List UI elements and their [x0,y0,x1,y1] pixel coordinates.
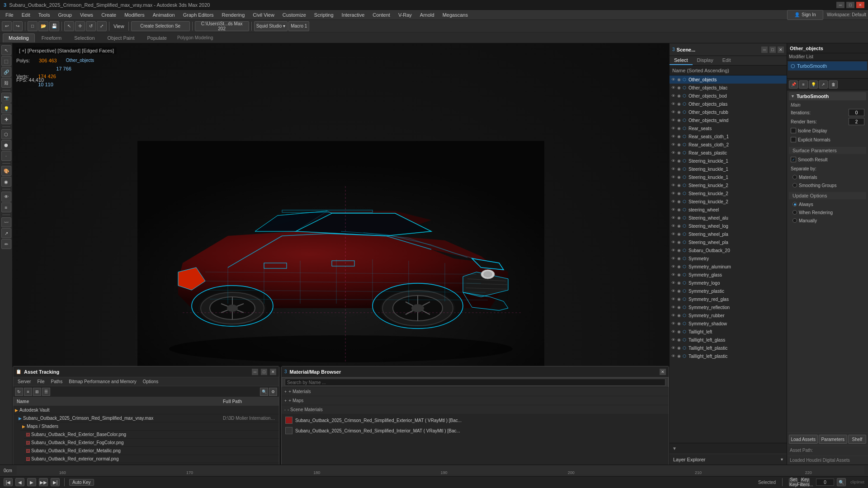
mat-interior[interactable]: Subaru_Outback_2025_Crimson_Red_Simplifi… [283,426,668,436]
paint-button[interactable]: ✏ [1,239,11,249]
tab-freeform[interactable]: Freeform [36,33,68,42]
obj-taillight-left-plastic2[interactable]: 👁 ◉ ⬡ Taillight_left_plastic [670,352,787,360]
scene-materials-section-header[interactable]: - - Scene Materials [282,405,669,414]
menu-megascans[interactable]: Megascans [439,11,472,19]
explicit-normals-checkbox[interactable] [791,137,796,142]
obj-other-window[interactable]: 👁 ◉ ⬡ Other_objects_wind [670,116,787,124]
select-region-button[interactable]: ⬚ [1,56,11,66]
menu-content[interactable]: Content [369,11,394,19]
obj-subaru-outback[interactable]: 👁 ◉ ⬡ Subaru_Outback_20 [670,246,787,254]
mod-arrow-btn[interactable]: ↗ [819,80,828,89]
tab-modeling[interactable]: Modeling [3,33,35,42]
mod-light-btn[interactable]: 💡 [809,80,818,89]
obj-steering-wheel-pla1[interactable]: 👁 ◉ ⬡ Steering_wheel_pla [670,230,787,238]
unlink-button[interactable]: ⛓ [1,78,11,88]
parameters-button[interactable]: Parameters [819,435,848,444]
obj-steering-knuckle1b[interactable]: 👁 ◉ ⬡ Steering_knuckle_1 [670,165,787,173]
scale-button[interactable]: ⤢ [97,21,107,31]
obj-taillight-left-plastic1[interactable]: 👁 ◉ ⬡ Taillight_left_plastic [670,344,787,352]
menu-customize[interactable]: Customize [279,11,310,19]
save-button[interactable]: 💾 [49,21,59,31]
obj-steering-knuckle1a[interactable]: 👁 ◉ ⬡ Steering_knuckle_1 [670,157,787,165]
obj-steering-knuckle2c[interactable]: 👁 ◉ ⬡ Steering_knuckle_2 [670,197,787,206]
asset-detail-btn[interactable]: ☰ [42,388,50,396]
load-assets-button[interactable]: Load Assets [789,435,818,444]
obj-steering-knuckle2b[interactable]: 👁 ◉ ⬡ Steering_knuckle_2 [670,189,787,197]
obj-rear-seats-cloth2[interactable]: 👁 ◉ ⬡ Rear_seats_cloth_2 [670,141,787,149]
tab-selection[interactable]: Selection [68,33,100,42]
mod-stack-btn[interactable]: ≡ [799,80,808,89]
squid-studio-button[interactable]: Squid Studio ▾ [254,21,288,31]
menu-group[interactable]: Group [54,11,75,19]
obj-other-body[interactable]: 👁 ◉ ⬡ Other_objects_bod [670,92,787,100]
asset-menu-bitmap[interactable]: Bitmap Performance and Memory [66,379,139,385]
new-scene-button[interactable]: □ [28,21,38,31]
redo-button[interactable]: ↪ [13,21,23,31]
link-button[interactable]: 🔗 [1,67,11,77]
prev-frame-btn[interactable]: ◀ [15,478,24,486]
minimize-button[interactable]: ─ [836,2,844,8]
menu-file[interactable]: File [2,11,17,19]
menu-vray[interactable]: V-Ray [395,11,415,19]
mat-exterior[interactable]: Subaru_Outback_2025_Crimson_Red_Simplifi… [283,415,668,425]
asset-metallic-row[interactable]: 🖼 Subaru_Outback_Red_Exterior_Metallic.p… [24,447,279,455]
asset-max-file-row[interactable]: ▶ Subaru_Outback_2025_Crimson_Red_Simpli… [17,414,279,422]
menu-tools[interactable]: Tools [35,11,54,19]
scene-tab-display[interactable]: Display [693,56,718,65]
obj-symmetry-shadow[interactable]: 👁 ◉ ⬡ Symmetry_shadow [670,319,787,328]
undo-button[interactable]: ↩ [2,21,12,31]
asset-search-btn[interactable]: 🔍 [260,388,268,396]
camera-button[interactable]: 📷 [1,93,11,103]
select-button[interactable]: ↖ [64,21,74,31]
go-to-end-btn[interactable]: ▶| [51,478,60,486]
menu-arnold[interactable]: Arnold [416,11,438,19]
mod-turbosmooth[interactable]: ⬡ TurboSmooth [788,61,867,70]
layer-explorer-dropdown[interactable]: ▾ [781,457,783,462]
object-list[interactable]: 👁 ◉ ⬡ Other_objects 👁 ◉ ⬡ Other_objects_… [670,75,787,443]
asset-close-btn[interactable]: ✕ [270,369,276,375]
menu-rendering[interactable]: Rendering [218,11,249,19]
open-file-button[interactable]: 📂 [38,21,48,31]
asset-menu-file[interactable]: File [34,379,47,385]
always-radio[interactable] [793,202,797,206]
asset-menu-options[interactable]: Options [140,379,161,385]
asset-settings-btn[interactable]: ⚙ [269,388,277,396]
shelf-button[interactable]: Shelf [848,435,866,444]
menu-create[interactable]: Create [98,11,120,19]
asset-minimize-btn[interactable]: ─ [252,369,258,375]
menu-modifiers[interactable]: Modifiers [121,11,148,19]
timeline-ruler[interactable]: 160 170 180 190 200 210 220 [17,466,864,475]
polygon-button[interactable]: ⬡ [1,129,11,139]
obj-taillight-left-glass[interactable]: 👁 ◉ ⬡ Taillight_left_glass [670,336,787,344]
obj-steering-knuckle2a[interactable]: 👁 ◉ ⬡ Steering_knuckle_2 [670,181,787,189]
move-button[interactable]: ✛ [75,21,85,31]
obj-steering-wheel-alu[interactable]: 👁 ◉ ⬡ Steering_wheel_alu [670,214,787,222]
light-button[interactable]: 💡 [1,103,11,113]
menu-interactive[interactable]: Interactive [338,11,368,19]
layer-button[interactable]: ≡ [1,202,11,212]
asset-normal-row[interactable]: 🖼 Subaru_Outback_Red_exterior_normal.png [24,455,279,463]
menu-graph-editors[interactable]: Graph Editors [179,11,217,19]
smoothing-groups-radio[interactable] [793,183,797,188]
render-iters-input[interactable] [849,118,864,125]
materials-section-header[interactable]: + + Materials [282,387,669,396]
mod-pin-btn[interactable]: 📌 [789,80,798,89]
maps-section-header[interactable]: + + Maps [282,396,669,405]
render-button[interactable]: ◉ [1,177,11,187]
obj-other-objects[interactable]: 👁 ◉ ⬡ Other_objects [670,75,787,84]
asset-maps-folder-row[interactable]: ▶ Maps / Shaders [20,422,279,431]
display-button[interactable]: 👁 [1,192,11,202]
scene-maximize-btn[interactable]: □ [769,47,776,53]
obj-rear-seats-plastic[interactable]: 👁 ◉ ⬡ Rear_seats_plastic [670,149,787,157]
timeline[interactable]: 0cm 160 170 180 190 200 210 220 [0,465,868,477]
file-path-button[interactable]: C:\Users\St...ds Max 202 [195,21,249,31]
asset-grid-btn[interactable]: ⊞ [33,388,41,396]
sign-in-button[interactable]: 👤 Sign In [787,10,823,20]
material-button[interactable]: 🎨 [1,166,11,176]
spline-button[interactable]: 〰 [1,217,11,227]
search-btn[interactable]: 🔍 [837,478,846,486]
asset-vault-row[interactable]: ▶ Autodesk Vault [13,406,279,414]
mod-delete-btn[interactable]: 🗑 [829,80,838,89]
tab-object-paint[interactable]: Object Paint [102,33,141,42]
obj-rear-seats-cloth1[interactable]: 👁 ◉ ⬡ Rear_seats_cloth_1 [670,132,787,141]
